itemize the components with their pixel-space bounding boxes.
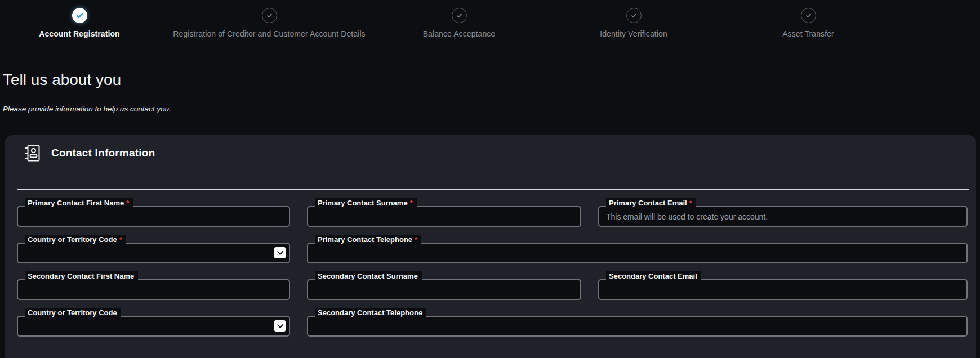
card-header: Contact Information xyxy=(24,142,155,164)
field-label: Primary Contact Surname* xyxy=(315,198,417,209)
field-label: Country or Territory Code xyxy=(25,308,121,319)
required-asterisk: * xyxy=(126,199,129,207)
chevron-down-icon xyxy=(274,247,286,258)
field-primary-contact-email: Primary Contact Email* xyxy=(598,206,968,227)
field-primary-contact-telephone: Primary Contact Telephone* xyxy=(307,243,968,263)
contact-information-card: Contact Information Primary Contact Firs… xyxy=(5,135,976,358)
required-asterisk: * xyxy=(415,235,417,244)
check-circle-icon xyxy=(452,8,467,23)
step-asset-transfer[interactable]: Asset Transfer xyxy=(696,8,921,38)
check-circle-icon xyxy=(72,8,87,23)
field-primary-contact-surname: Primary Contact Surname* xyxy=(307,206,581,227)
check-circle-icon xyxy=(262,8,277,23)
field-secondary-contact-telephone: Secondary Contact Telephone xyxy=(307,316,968,337)
field-secondary-contact-first-name: Secondary Contact First Name xyxy=(17,279,290,300)
field-label: Secondary Contact Telephone xyxy=(315,308,426,319)
field-label: Secondary Contact First Name xyxy=(25,271,138,283)
required-asterisk: * xyxy=(410,199,413,207)
field-secondary-country-code: Country or Territory Code xyxy=(17,316,290,337)
field-label: Primary Contact Telephone* xyxy=(315,235,421,246)
section-title: Contact Information xyxy=(51,147,155,159)
page-subtitle: Please provide information to help us co… xyxy=(3,105,171,113)
field-primary-country-code: Country or Territory Code* xyxy=(17,243,290,263)
field-label: Primary Contact First Name* xyxy=(25,198,133,209)
field-label: Country or Territory Code* xyxy=(25,235,126,246)
check-circle-icon xyxy=(626,8,642,23)
field-secondary-contact-surname: Secondary Contact Surname xyxy=(307,279,581,300)
wizard-stepper: Account Registration Registration of Cre… xyxy=(0,8,980,56)
field-label: Secondary Contact Email xyxy=(606,271,701,283)
section-divider xyxy=(17,189,969,190)
check-circle-icon xyxy=(801,8,816,23)
chevron-down-icon xyxy=(274,320,286,332)
step-label: Asset Transfer xyxy=(696,29,921,38)
required-asterisk: * xyxy=(119,235,122,244)
field-label: Primary Contact Email* xyxy=(606,198,696,209)
field-secondary-contact-email: Secondary Contact Email xyxy=(598,279,968,300)
required-asterisk: * xyxy=(689,199,692,207)
field-label: Secondary Contact Surname xyxy=(315,271,422,283)
field-primary-contact-first-name: Primary Contact First Name* xyxy=(17,206,290,227)
contact-form: Primary Contact First Name* Primary Cont… xyxy=(17,206,968,337)
address-book-icon xyxy=(24,144,41,162)
page-title: Tell us about you xyxy=(3,71,121,89)
